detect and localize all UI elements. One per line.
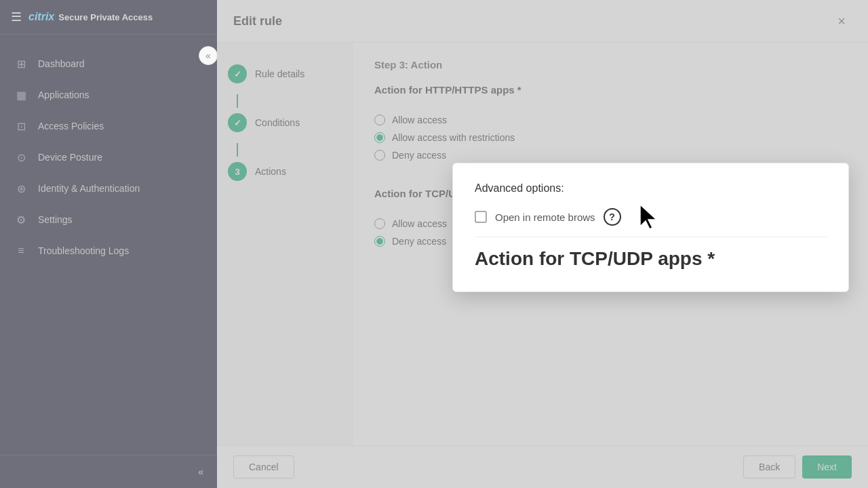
tooltip-checkbox-row: Open in remote brows ?: [475, 208, 827, 226]
device-posture-icon: ⊙: [14, 150, 28, 165]
brand-name: citrix: [28, 11, 54, 23]
applications-icon: ▦: [14, 87, 28, 102]
dashboard-icon: ⊞: [14, 56, 28, 71]
sidebar-item-label: Access Policies: [38, 121, 104, 131]
tooltip-divider: [475, 237, 827, 237]
sidebar-collapse-bottom[interactable]: «: [14, 466, 203, 477]
main-area: Edit rule × ✓ Rule details ✓ Conditions …: [217, 0, 868, 488]
help-icon-remote-browser[interactable]: ?: [604, 208, 621, 226]
identity-icon: ⊛: [14, 181, 28, 196]
sidebar-item-label: Dashboard: [38, 58, 85, 69]
sidebar-item-label: Troubleshooting Logs: [38, 245, 129, 256]
tooltip-big-section-title: Action for TCP/UDP apps *: [475, 248, 827, 270]
sidebar-item-label: Identity & Authentication: [38, 183, 140, 194]
sidebar-nav: ⊞ Dashboard ▦ Applications ⊡ Access Poli…: [0, 35, 217, 455]
sidebar-item-label: Applications: [38, 89, 90, 100]
sidebar-item-identity-auth[interactable]: ⊛ Identity & Authentication: [0, 173, 217, 204]
sidebar-item-label: Settings: [38, 214, 73, 225]
tooltip-advanced-title: Advanced options:: [475, 182, 827, 195]
brand-logo: citrix Secure Private Access: [28, 11, 153, 23]
sidebar-item-settings[interactable]: ⚙ Settings: [0, 204, 217, 235]
sidebar-collapse-button[interactable]: «: [199, 46, 218, 65]
sidebar-item-applications[interactable]: ▦ Applications: [0, 79, 217, 110]
open-remote-browser-label: Open in remote brows: [495, 211, 595, 223]
tooltip-popup: Advanced options: Open in remote brows ?…: [452, 163, 849, 292]
hamburger-icon[interactable]: ☰: [11, 9, 22, 24]
open-remote-browser-checkbox[interactable]: [475, 211, 487, 223]
sidebar-item-dashboard[interactable]: ⊞ Dashboard: [0, 48, 217, 79]
troubleshooting-icon: ≡: [14, 243, 28, 258]
app-title: Secure Private Access: [58, 12, 153, 22]
sidebar: ☰ citrix Secure Private Access « ⊞ Dashb…: [0, 0, 217, 488]
sidebar-footer: «: [0, 455, 217, 488]
sidebar-item-troubleshooting[interactable]: ≡ Troubleshooting Logs: [0, 235, 217, 266]
sidebar-item-label: Device Posture: [38, 152, 102, 163]
sidebar-header: ☰ citrix Secure Private Access: [0, 0, 217, 35]
sidebar-item-device-posture[interactable]: ⊙ Device Posture: [0, 142, 217, 173]
sidebar-item-access-policies[interactable]: ⊡ Access Policies: [0, 110, 217, 142]
settings-icon: ⚙: [14, 212, 28, 227]
access-policies-icon: ⊡: [14, 119, 28, 134]
